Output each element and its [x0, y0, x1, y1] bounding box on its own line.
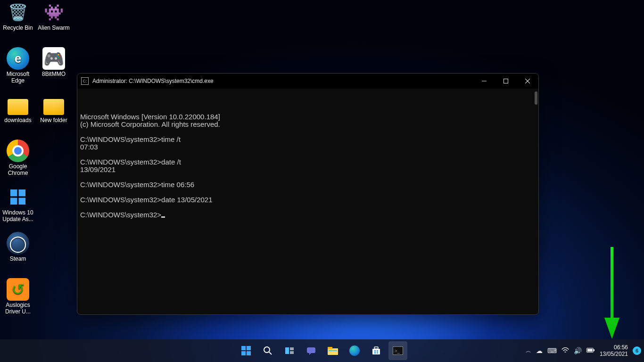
terminal-cursor	[161, 216, 165, 218]
edge-icon: e	[7, 47, 29, 70]
svg-rect-1	[504, 79, 508, 83]
desktop-icon-label: 8BitMMO	[36, 71, 72, 77]
windows-update-icon	[7, 186, 29, 208]
svg-rect-9	[290, 351, 294, 354]
chrome-icon	[7, 140, 29, 162]
start-button[interactable]	[237, 341, 256, 360]
window-title: Administrator: C:\WINDOWS\system32\cmd.e…	[92, 78, 214, 84]
onedrive-icon[interactable]: ☁	[536, 347, 543, 354]
8bitmmo-icon: 🎮	[42, 47, 65, 70]
minimize-icon	[482, 79, 487, 83]
svg-rect-13	[328, 347, 332, 349]
cmd-window: C: Administrator: C:\WINDOWS\system32\cm…	[77, 73, 539, 315]
svg-rect-14	[329, 350, 337, 351]
svg-rect-10	[307, 347, 315, 353]
explorer-icon	[328, 346, 338, 355]
taskbar: >_ ︿ ☁ ⌨ 🔊 06:56 13/05/2021 6	[0, 339, 644, 362]
desktop-icon-label: Steam	[0, 255, 36, 262]
desktop-icon-downloads-folder[interactable]: downloads	[0, 93, 36, 123]
window-titlebar[interactable]: C: Administrator: C:\WINDOWS\system32\cm…	[77, 74, 538, 89]
svg-rect-18	[377, 350, 378, 352]
svg-rect-20	[377, 352, 378, 354]
auslogics-icon: ↺	[7, 278, 29, 301]
search-icon	[263, 346, 272, 355]
svg-marker-11	[309, 353, 311, 355]
edge-icon	[349, 346, 360, 356]
desktop-icon-label: downloads	[0, 117, 36, 123]
chat-icon	[306, 346, 316, 355]
desktop-icon-label: New folder	[36, 117, 72, 123]
edge-browser[interactable]	[345, 341, 364, 360]
scrollbar-thumb[interactable]	[535, 91, 537, 105]
desktop-icon-label: Google Chrome	[0, 163, 36, 176]
volume-icon[interactable]: 🔊	[574, 347, 582, 354]
task-view-icon	[285, 346, 294, 355]
desktop-icon-label: Microsoft Edge	[0, 71, 36, 84]
taskbar-clock[interactable]: 06:56 13/05/2021	[600, 344, 628, 357]
terminal-output[interactable]: Microsoft Windows [Version 10.0.22000.18…	[77, 89, 538, 314]
cmd-icon: C:	[81, 77, 89, 85]
minimize-button[interactable]	[473, 74, 495, 89]
microsoft-store[interactable]	[367, 341, 386, 360]
recycle-bin-icon: 🗑️	[7, 1, 29, 24]
battery-icon[interactable]	[586, 347, 595, 354]
desktop-icon-label: Alien Swarm	[36, 25, 72, 31]
search-button[interactable]	[258, 341, 277, 360]
notification-badge[interactable]: 6	[633, 346, 641, 355]
svg-rect-16	[374, 347, 378, 349]
desktop-icon-microsoft-edge[interactable]: eMicrosoft Edge	[0, 47, 36, 84]
tray-overflow-icon[interactable]: ︿	[526, 347, 531, 355]
clock-date: 13/05/2021	[600, 351, 628, 357]
desktop-icon-auslogics[interactable]: ↺Auslogics Driver U...	[0, 278, 36, 315]
close-icon	[525, 79, 530, 83]
file-explorer[interactable]	[323, 341, 342, 360]
desktop-icon-google-chrome[interactable]: Google Chrome	[0, 140, 36, 176]
store-icon	[372, 346, 381, 355]
task-view-button[interactable]	[280, 341, 299, 360]
svg-marker-4	[604, 247, 619, 339]
start-icon	[241, 346, 251, 355]
folder-icon	[7, 93, 29, 116]
clock-time: 06:56	[600, 344, 628, 351]
desktop-icon-8bitmmo[interactable]: 🎮8BitMMO	[36, 47, 72, 77]
svg-point-5	[264, 347, 270, 353]
desktop-icon-label: Recycle Bin	[0, 25, 36, 31]
maximize-icon	[504, 79, 508, 83]
svg-rect-15	[372, 349, 380, 354]
steam-icon: ◯	[7, 232, 29, 255]
maximize-button[interactable]	[495, 74, 517, 89]
cmd-taskbar-icon: >_	[393, 346, 403, 355]
svg-rect-7	[285, 347, 289, 354]
wifi-icon[interactable]	[561, 347, 569, 354]
command-prompt[interactable]: >_	[388, 341, 407, 360]
alien-swarm-icon: 👾	[42, 1, 65, 24]
svg-rect-12	[328, 348, 338, 355]
annotation-arrow-icon	[603, 247, 621, 341]
desktop-icon-win10-update[interactable]: Windows 10 Update As...	[0, 186, 36, 222]
desktop-icon-recycle-bin[interactable]: 🗑️Recycle Bin	[0, 1, 36, 31]
folder-icon	[42, 93, 65, 116]
svg-rect-22	[594, 349, 594, 351]
notification-count: 6	[636, 348, 638, 354]
desktop-icon-label: Windows 10 Update As...	[0, 209, 36, 222]
close-button[interactable]	[517, 74, 538, 89]
terminal-text: Microsoft Windows [Version 10.0.22000.18…	[80, 113, 536, 219]
svg-rect-8	[290, 347, 294, 350]
svg-rect-23	[587, 349, 593, 352]
svg-line-6	[269, 352, 272, 354]
desktop-icon-label: Auslogics Driver U...	[0, 302, 36, 315]
keyboard-icon[interactable]: ⌨	[547, 347, 557, 354]
desktop-icon-steam[interactable]: ◯Steam	[0, 232, 36, 262]
svg-rect-17	[374, 350, 376, 352]
svg-rect-19	[374, 352, 376, 354]
desktop-icon-alien-swarm[interactable]: 👾Alien Swarm	[36, 1, 72, 31]
desktop-icon-new-folder[interactable]: New folder	[36, 93, 72, 123]
chat-button[interactable]	[302, 341, 321, 360]
